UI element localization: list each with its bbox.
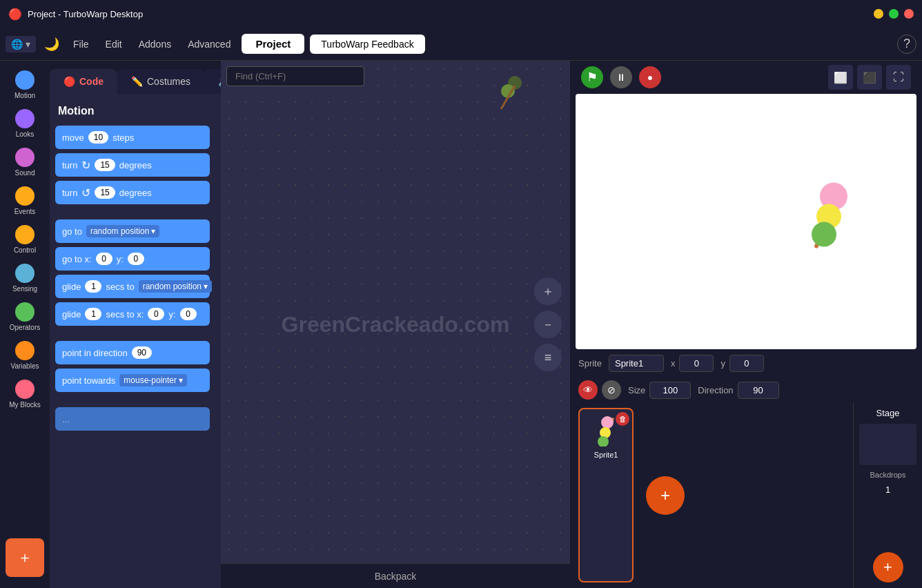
sidebar-item-variables[interactable]: Variables [2, 337, 48, 374]
add-backdrop-icon: + [883, 558, 892, 576]
add-sprite-container: + [640, 408, 690, 582]
pause-button[interactable]: ⏸ [610, 66, 632, 88]
maximize-button[interactable]: □ [889, 9, 899, 19]
size-input[interactable] [649, 382, 691, 399]
zoom-in-button[interactable]: ＋ [534, 277, 562, 305]
tab-bar: 🔴 Code ✏️ Costumes 🔊 Sounds [50, 61, 221, 94]
block-categories: Motion Looks Sound Events Control Sensin… [0, 61, 50, 588]
direction-input[interactable] [738, 382, 779, 399]
block-partial[interactable]: ... [55, 407, 210, 431]
addons-menu[interactable]: Addons [130, 35, 179, 54]
add-sprite-button[interactable]: + [646, 476, 685, 515]
show-sprite-button[interactable]: 👁 [578, 380, 598, 400]
sidebar-item-motion[interactable]: Motion [2, 66, 48, 104]
myblocks-dot [15, 380, 35, 399]
block-goto-pos[interactable]: go to random position ▾ [55, 219, 210, 243]
fullscreen-button[interactable]: ⛶ [886, 65, 911, 90]
block-glide-xy[interactable]: glide 1 secs to x: 0 y: 0 [55, 302, 210, 326]
file-menu[interactable]: File [65, 35, 97, 54]
ccw-icon: ↺ [81, 186, 90, 199]
control-dot [15, 225, 35, 244]
costumes-tab-icon: ✏️ [131, 76, 143, 87]
edit-menu[interactable]: Edit [97, 35, 130, 54]
sound-dot [15, 148, 35, 167]
sprite-size: Size [628, 382, 691, 399]
window-title: Project - TurboWarp Desktop [28, 9, 874, 19]
backpack-bar[interactable]: Backpack [221, 563, 570, 588]
block-turn-cw[interactable]: turn ↻ 15 degrees [55, 153, 210, 177]
language-dropdown-icon: ▾ [26, 39, 30, 50]
stage-spacer [859, 500, 916, 547]
add-backdrop-button[interactable]: + [873, 552, 903, 582]
block-move-steps[interactable]: move 10 steps [55, 126, 210, 149]
feedback-button[interactable]: TurboWarp Feedback [310, 35, 424, 54]
sprite-y-input[interactable] [729, 355, 764, 372]
code-area: GreenCrackeado.com ＋ － ≡ Backpack [221, 61, 570, 588]
find-input[interactable] [226, 66, 364, 86]
events-dot [15, 186, 35, 206]
eye-icon: 👁 [583, 384, 593, 395]
sprite-label: Sprite [578, 358, 602, 369]
sprite-item-sprite1[interactable]: 🗑 Sprite1 [578, 408, 634, 582]
control-label: Control [14, 246, 36, 254]
fit-screen-button[interactable]: ≡ [534, 344, 562, 371]
svg-point-6 [812, 222, 836, 247]
stop-button[interactable]: ● [639, 66, 661, 88]
dango-stage-sprite [792, 170, 861, 256]
project-button[interactable]: Project [242, 34, 304, 54]
motion-dot [15, 70, 35, 90]
layout-left-button[interactable]: ⬜ [828, 65, 853, 90]
motion-panel-title: Motion [55, 99, 210, 126]
minimize-button[interactable]: ─ [874, 9, 883, 19]
sidebar-item-sensing[interactable]: Sensing [2, 259, 48, 297]
zoom-out-button[interactable]: － [534, 311, 562, 338]
sidebar-item-events[interactable]: Events [2, 182, 48, 219]
sprite-delete-button[interactable]: 🗑 [616, 412, 629, 426]
main-layout: Motion Looks Sound Events Control Sensin… [0, 61, 922, 588]
block-point-direction[interactable]: point in direction 90 [55, 341, 210, 364]
costumes-tab-label: Costumes [147, 76, 190, 87]
add-sprite-icon: + [660, 486, 670, 505]
watermark: GreenCrackeado.com [282, 312, 510, 337]
code-controls: ＋ － ≡ [534, 277, 562, 371]
block-point-towards[interactable]: point towards mouse-pointer ▾ [55, 369, 210, 392]
layout-right-button[interactable]: ⬛ [857, 65, 882, 90]
block-glide-pos[interactable]: glide 1 secs to random position ▾ [55, 275, 210, 298]
sidebar-item-sound[interactable]: Sound [2, 144, 48, 181]
bottom-panel: 🗑 Sprite1 + [570, 402, 922, 588]
block-panel-container: 🔴 Code ✏️ Costumes 🔊 Sounds Motion move … [50, 61, 221, 588]
theme-toggle[interactable]: 🌙 [39, 34, 65, 55]
hide-sprite-button[interactable]: ⊘ [602, 380, 621, 400]
block-sep-3 [55, 396, 210, 407]
code-tab-label: Code [79, 76, 104, 87]
looks-dot [15, 109, 35, 128]
sidebar-item-myblocks[interactable]: My Blocks [2, 375, 48, 413]
stage-thumbnail[interactable] [859, 424, 916, 465]
green-flag-button[interactable]: ⚑ [581, 66, 603, 88]
advanced-menu[interactable]: Advanced [179, 35, 239, 54]
language-button[interactable]: 🌐 ▾ [6, 36, 36, 52]
tab-code[interactable]: 🔴 Code [50, 69, 117, 94]
sidebar-item-looks[interactable]: Looks [2, 105, 48, 142]
tab-costumes[interactable]: ✏️ Costumes [117, 69, 204, 94]
block-sep-2 [55, 330, 210, 341]
close-button[interactable]: ✕ [904, 9, 914, 19]
menu-bar: 🌐 ▾ 🌙 File Edit Addons Advanced Project … [0, 28, 922, 61]
sprite-x-coord: x [671, 355, 714, 372]
help-button[interactable]: ? [897, 35, 916, 54]
pause-icon: ⏸ [616, 72, 626, 83]
code-canvas[interactable]: GreenCrackeado.com ＋ － ≡ Backpack [221, 61, 570, 588]
add-extension-button[interactable]: ＋ [6, 538, 44, 577]
block-turn-ccw[interactable]: turn ↺ 15 degrees [55, 181, 210, 204]
backdrops-count: 1 [859, 484, 916, 495]
hide-icon: ⊘ [607, 384, 616, 395]
sprite-name-input[interactable] [609, 355, 664, 372]
sprite-x-input[interactable] [679, 355, 714, 372]
y-label: y [720, 358, 725, 369]
sidebar-item-control[interactable]: Control [2, 221, 48, 258]
stage-controls: ⚑ ⏸ ● ⬜ ⬛ ⛶ [570, 61, 922, 94]
events-label: Events [14, 208, 36, 215]
block-goto-xy[interactable]: go to x: 0 y: 0 [55, 247, 210, 271]
operators-dot [15, 302, 35, 322]
sidebar-item-operators[interactable]: Operators [2, 298, 48, 335]
